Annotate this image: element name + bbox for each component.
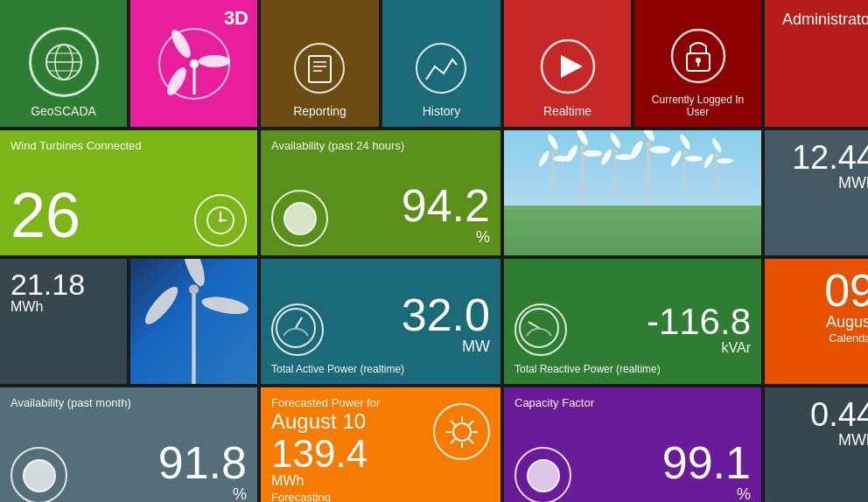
svg-point-31	[546, 132, 560, 150]
svg-point-62	[200, 294, 249, 317]
wind-turbines-photo	[529, 130, 735, 208]
svg-point-38	[564, 143, 579, 164]
svg-point-45	[647, 141, 652, 146]
wind-turbines-label: Wind Turbines Connected	[10, 139, 247, 152]
turbine-photo2	[130, 259, 257, 384]
tile-wind-photo	[504, 130, 761, 255]
tile-21mwh: 21.18 MWh	[0, 259, 127, 384]
svg-line-68	[528, 322, 539, 328]
tile-windmill[interactable]: 3D	[130, 0, 257, 127]
reactive-power-value: -116.8	[647, 303, 751, 340]
svg-point-22	[696, 58, 701, 63]
reporting-label: Reporting	[293, 104, 346, 118]
svg-point-57	[718, 158, 733, 164]
tile-wind-photo2	[130, 259, 257, 384]
svg-point-50	[683, 150, 688, 155]
tile-geoscada[interactable]: GeoSCADA	[0, 0, 127, 127]
tile-044mwh: 0.44 MWh	[765, 387, 868, 502]
history-label: History	[423, 104, 461, 118]
tile-admin: Administrator	[765, 0, 868, 127]
svg-line-78	[451, 439, 455, 443]
svg-point-36	[575, 130, 590, 146]
svg-point-51	[679, 132, 693, 150]
svg-point-63	[140, 282, 182, 329]
svg-point-52	[685, 156, 703, 162]
calendar-label: Calendar	[829, 331, 868, 345]
calendar-day: 09	[824, 268, 868, 313]
active-power-label: Total Active Power (realtime)	[271, 363, 490, 375]
badge-3d: 3D	[224, 7, 248, 30]
tile-availability-month[interactable]: Availability (past month) 91.8 %	[0, 387, 257, 502]
energy-044-unit: MWh	[775, 431, 868, 450]
svg-point-46	[640, 130, 657, 143]
svg-rect-13	[309, 56, 331, 82]
energy-12-value: 12.44	[775, 141, 868, 174]
lock-icon	[668, 25, 729, 87]
svg-point-70	[453, 423, 471, 441]
capacity-label: Capacity Factor	[514, 396, 751, 409]
meter-active-icon	[271, 303, 324, 356]
forecast-value: 139.4	[271, 435, 380, 473]
play-icon	[537, 36, 598, 97]
svg-point-47	[650, 146, 671, 153]
active-power-unit: MW	[402, 338, 490, 356]
energy-21-value: 21.18	[10, 269, 85, 299]
availability-24h-unit: %	[476, 228, 490, 246]
tile-active-power[interactable]: 32.0 MW Total Active Power (realtime)	[261, 259, 500, 384]
active-power-value: 32.0	[402, 292, 490, 338]
svg-line-76	[469, 439, 473, 443]
pie-icon-24h	[271, 190, 328, 247]
svg-point-40	[613, 149, 618, 153]
svg-point-64	[189, 284, 199, 294]
forecast-sublabel: Forecasting	[271, 491, 490, 502]
svg-point-8	[199, 55, 230, 67]
energy-044-value: 0.44	[775, 398, 868, 431]
tile-realtime[interactable]: Realtime	[504, 0, 631, 127]
svg-point-58	[703, 152, 715, 169]
svg-point-35	[580, 145, 584, 150]
tile-availability-24h[interactable]: Availability (past 24 hours) 94.2 %	[261, 130, 500, 255]
forecast-unit: MWh	[271, 473, 380, 489]
tile-capacity[interactable]: Capacity Factor 99.1 %	[504, 387, 761, 502]
pie-icon-capacity	[514, 447, 571, 502]
energy-21-unit: MWh	[10, 299, 43, 315]
tile-logged-user[interactable]: Currently Logged In User	[634, 0, 761, 127]
svg-point-41	[609, 131, 623, 150]
windmill-icon	[155, 24, 234, 103]
svg-line-75	[451, 421, 455, 425]
clock-icon	[194, 194, 247, 247]
tile-wind-turbines[interactable]: Wind Turbines Connected 26	[0, 130, 257, 255]
svg-point-27	[219, 219, 222, 222]
svg-point-56	[710, 137, 723, 154]
energy-12-unit: MWh	[775, 174, 868, 192]
svg-point-37	[584, 150, 603, 157]
tile-forecast[interactable]: Forecasted Power for August 10 139.4 MWh	[261, 387, 500, 502]
svg-point-17	[416, 44, 466, 93]
reactive-power-unit: kVAr	[647, 340, 751, 356]
logged-user-label: Currently Logged In User	[645, 94, 751, 118]
svg-point-30	[551, 150, 556, 155]
tile-calendar[interactable]: 09 August Calendar	[765, 259, 868, 384]
tile-reactive-power[interactable]: -116.8 kVAr Total Reactive Power (realti…	[504, 259, 761, 384]
availability-month-value: 91.8	[158, 440, 247, 485]
svg-point-9	[163, 64, 189, 97]
reactive-power-label: Total Reactive Power (realtime)	[514, 363, 751, 375]
admin-label: Administrator	[775, 10, 868, 29]
svg-point-48	[629, 139, 646, 161]
svg-marker-19	[561, 55, 583, 78]
dashboard-grid: GeoSCADA 3D	[0, 0, 868, 502]
tile-reporting[interactable]: Reporting	[261, 0, 379, 127]
wind-turbines-value: 26	[10, 184, 80, 247]
svg-point-12	[295, 44, 344, 93]
sun-icon	[433, 403, 490, 460]
realtime-label: Realtime	[543, 104, 592, 118]
svg-line-77	[469, 421, 473, 425]
tile-history[interactable]: History	[382, 0, 500, 127]
forecast-date: August 10	[271, 409, 380, 435]
forecast-label: Forecasted Power for	[271, 396, 380, 409]
meter-reactive-icon	[514, 303, 567, 356]
geoscada-label: GeoSCADA	[31, 104, 96, 118]
svg-point-33	[537, 150, 551, 168]
pie-icon-month	[10, 447, 67, 502]
svg-point-42	[616, 154, 634, 160]
